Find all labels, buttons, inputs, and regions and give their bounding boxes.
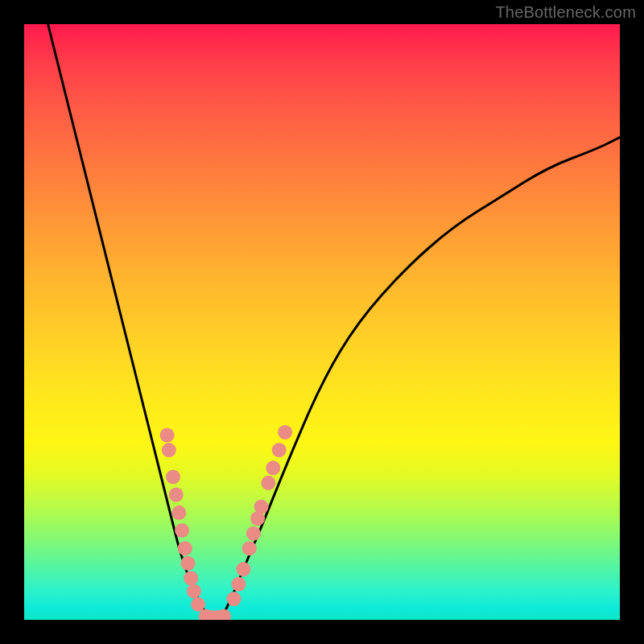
markers-group bbox=[160, 425, 293, 620]
chart-svg bbox=[24, 24, 620, 620]
marker-right_emphasis bbox=[226, 592, 241, 606]
marker-right_emphasis bbox=[266, 460, 280, 475]
marker-right_emphasis bbox=[231, 577, 246, 592]
marker-right_emphasis bbox=[236, 562, 250, 576]
marker-left_emphasis bbox=[160, 428, 175, 443]
marker-right_emphasis bbox=[242, 541, 257, 555]
marker-left_emphasis bbox=[181, 556, 196, 571]
plot-area bbox=[24, 24, 620, 620]
source-watermark: TheBottleneck.com bbox=[495, 3, 636, 22]
chart-frame: TheBottleneck.com bbox=[0, 0, 644, 644]
marker-left_emphasis bbox=[175, 523, 189, 538]
marker-left_emphasis bbox=[191, 597, 205, 612]
marker-left_emphasis bbox=[171, 506, 186, 520]
chart-curve-curve_right bbox=[221, 138, 620, 620]
marker-right_emphasis bbox=[254, 499, 269, 514]
marker-right_emphasis bbox=[261, 476, 275, 490]
marker-left_emphasis bbox=[162, 443, 176, 457]
curves-group bbox=[48, 24, 620, 620]
marker-right_emphasis bbox=[278, 425, 292, 440]
marker-left_emphasis bbox=[169, 488, 184, 502]
marker-left_emphasis bbox=[187, 584, 201, 598]
marker-left_emphasis bbox=[178, 541, 192, 555]
marker-right_emphasis bbox=[272, 443, 287, 457]
marker-left_emphasis bbox=[184, 571, 198, 585]
marker-left_emphasis bbox=[166, 469, 180, 484]
marker-right_emphasis bbox=[246, 526, 261, 541]
